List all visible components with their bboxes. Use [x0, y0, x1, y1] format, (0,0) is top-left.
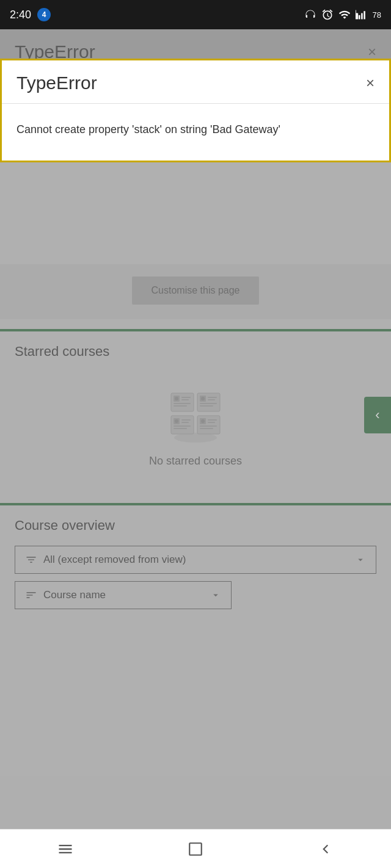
modal-title: TypeError	[16, 73, 97, 93]
wifi-icon	[338, 9, 351, 21]
home-icon	[188, 841, 203, 857]
signal-icon	[356, 9, 368, 21]
bottom-nav-back[interactable]	[307, 837, 344, 861]
modal-message: Cannot create property 'stack' on string…	[16, 121, 375, 139]
bottom-nav-home[interactable]	[177, 837, 214, 861]
modal-overlay: TypeError × Cannot create property 'stac…	[0, 59, 391, 162]
modal-header: TypeError ×	[2, 60, 389, 104]
menu-icon	[57, 841, 74, 858]
status-bar: 2:40 4 78	[0, 0, 391, 29]
status-icons: 78	[304, 9, 381, 21]
alarm-icon	[321, 9, 334, 21]
modal-close-button[interactable]: ×	[366, 74, 375, 92]
notification-badge: 4	[37, 8, 51, 21]
svg-rect-1	[361, 13, 363, 20]
headphone-icon	[304, 9, 316, 21]
svg-rect-32	[189, 843, 202, 855]
bottom-nav	[0, 829, 391, 868]
error-modal: TypeError × Cannot create property 'stac…	[0, 59, 391, 162]
svg-rect-2	[364, 11, 365, 19]
modal-body: Cannot create property 'stack' on string…	[2, 104, 389, 161]
bottom-nav-menu[interactable]	[47, 837, 84, 861]
status-time: 2:40	[10, 9, 31, 21]
back-icon	[318, 841, 334, 857]
battery-indicator: 78	[373, 10, 381, 20]
svg-rect-0	[359, 15, 360, 20]
